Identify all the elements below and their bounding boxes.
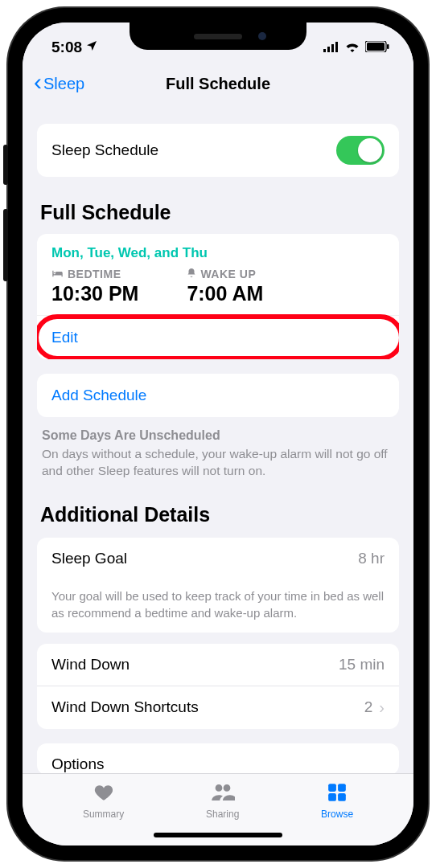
schedule-days: Mon, Tue, Wed, and Thu xyxy=(51,245,385,261)
svg-rect-2 xyxy=(331,44,334,52)
sleep-goal-row[interactable]: Sleep Goal 8 hr xyxy=(37,538,399,579)
location-icon xyxy=(85,39,98,56)
wind-down-value: 15 min xyxy=(339,656,385,674)
sleep-schedule-label: Sleep Schedule xyxy=(51,141,158,159)
sleep-goal-footer: Your goal will be used to keep track of … xyxy=(37,579,399,633)
wind-down-row[interactable]: Wind Down 15 min xyxy=(37,644,399,686)
status-time: 5:08 xyxy=(51,39,82,56)
wakeup-label: WAKE UP xyxy=(200,268,256,280)
unscheduled-title: Some Days Are Unscheduled xyxy=(42,427,394,444)
add-schedule-button[interactable]: Add Schedule xyxy=(37,374,399,417)
edit-schedule-button[interactable]: Edit xyxy=(37,315,399,359)
bedtime-value: 10:30 PM xyxy=(51,282,138,305)
heart-icon xyxy=(92,782,116,805)
back-button[interactable]: ‹ Sleep xyxy=(31,68,88,99)
chevron-left-icon: ‹ xyxy=(34,70,42,94)
battery-icon xyxy=(365,39,389,56)
svg-rect-6 xyxy=(387,44,389,49)
additional-details-header: Additional Details xyxy=(40,503,396,526)
iphone-frame: 5:08 ‹ Sleep xyxy=(8,8,428,860)
schedule-details: Mon, Tue, Wed, and Thu BEDTIME 10:30 PM xyxy=(37,234,399,315)
screen: 5:08 ‹ Sleep xyxy=(23,23,413,845)
svg-rect-10 xyxy=(338,793,346,801)
notch xyxy=(130,23,306,50)
wifi-icon xyxy=(344,39,360,56)
back-label: Sleep xyxy=(43,75,84,93)
bedtime-block: BEDTIME 10:30 PM xyxy=(51,268,138,305)
wind-down-shortcuts-value: 2 xyxy=(364,698,373,716)
wind-down-shortcuts-label: Wind Down Shortcuts xyxy=(51,698,199,716)
wind-down-label: Wind Down xyxy=(51,656,130,674)
sleep-schedule-row: Sleep Schedule xyxy=(37,124,399,177)
content-scroll[interactable]: Sleep Schedule Full Schedule Mon, Tue, W… xyxy=(23,106,413,773)
options-card: Options xyxy=(37,743,399,773)
add-schedule-label: Add Schedule xyxy=(51,387,146,403)
bell-icon xyxy=(187,268,196,280)
grid-icon xyxy=(325,782,349,805)
people-icon xyxy=(211,782,235,805)
options-label: Options xyxy=(51,755,104,773)
tab-summary-label: Summary xyxy=(83,809,124,820)
home-indicator[interactable] xyxy=(154,833,282,837)
tab-browse-label: Browse xyxy=(321,809,353,820)
bed-icon xyxy=(51,268,64,280)
edit-label: Edit xyxy=(51,329,78,346)
svg-rect-8 xyxy=(338,784,346,792)
svg-rect-9 xyxy=(328,793,336,801)
wind-down-card: Wind Down 15 min Wind Down Shortcuts 2 › xyxy=(37,644,399,729)
svg-rect-3 xyxy=(335,42,338,52)
tab-sharing-label: Sharing xyxy=(206,809,239,820)
add-schedule-card: Add Schedule xyxy=(37,374,399,417)
tab-browse[interactable]: Browse xyxy=(321,782,353,845)
toggle-knob xyxy=(358,138,382,162)
chevron-right-icon: › xyxy=(379,698,385,717)
schedule-card: Mon, Tue, Wed, and Thu BEDTIME 10:30 PM xyxy=(37,234,399,359)
svg-rect-1 xyxy=(327,47,330,52)
sleep-schedule-toggle[interactable] xyxy=(336,136,385,165)
sleep-goal-value: 8 hr xyxy=(358,550,385,567)
unscheduled-note: Some Days Are Unscheduled On days withou… xyxy=(37,417,399,479)
sleep-schedule-card: Sleep Schedule xyxy=(37,124,399,177)
sleep-goal-card: Sleep Goal 8 hr Your goal will be used t… xyxy=(37,538,399,633)
nav-bar: ‹ Sleep Full Schedule xyxy=(23,61,413,106)
wind-down-shortcuts-row[interactable]: Wind Down Shortcuts 2 › xyxy=(37,686,399,729)
full-schedule-header: Full Schedule xyxy=(40,201,396,224)
tab-summary[interactable]: Summary xyxy=(83,782,124,845)
bedtime-label: BEDTIME xyxy=(68,268,121,280)
svg-rect-5 xyxy=(367,43,385,51)
unscheduled-body: On days without a schedule, your wake-up… xyxy=(42,447,388,477)
sleep-goal-label: Sleep Goal xyxy=(51,550,127,567)
wakeup-value: 7:00 AM xyxy=(187,282,263,305)
svg-rect-0 xyxy=(323,49,326,52)
cellular-icon xyxy=(323,39,339,56)
svg-rect-7 xyxy=(328,784,336,792)
options-row[interactable]: Options xyxy=(37,743,399,773)
wakeup-block: WAKE UP 7:00 AM xyxy=(187,268,263,305)
